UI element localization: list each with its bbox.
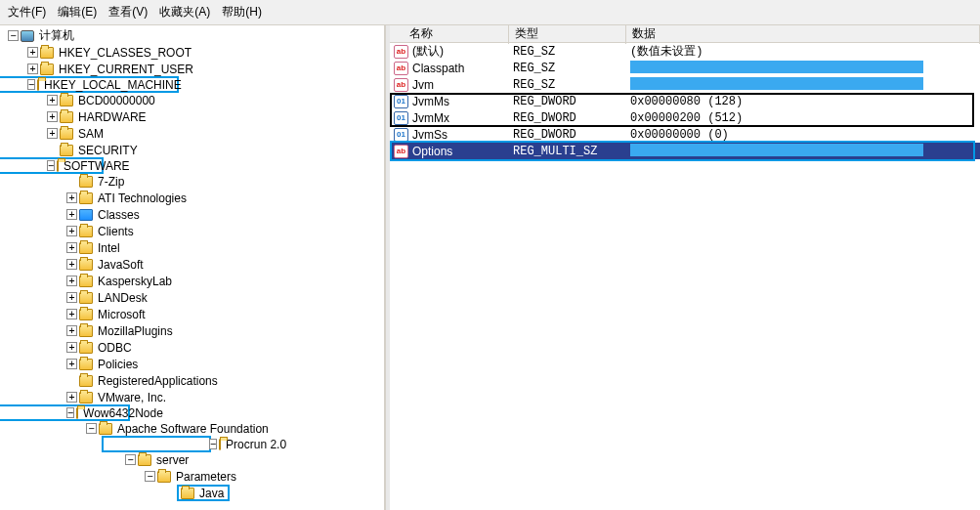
expand-icon[interactable]: + — [66, 392, 77, 403]
tree-bcd[interactable]: + BCD00000000 — [0, 92, 384, 108]
tree-label: HKEY_LOCAL_MACHINE — [42, 77, 184, 93]
collapse-icon[interactable]: − — [47, 160, 55, 171]
tree-label: HARDWARE — [76, 109, 149, 125]
menu-view[interactable]: 查看(V) — [108, 4, 148, 21]
tree-item[interactable]: +Policies — [0, 356, 384, 372]
value-row[interactable]: 01JvmSsREG_DWORD0x00000000 (0) — [390, 126, 980, 143]
tree-sam[interactable]: + SAM — [0, 125, 384, 142]
tree-server[interactable]: − server — [0, 451, 384, 468]
tree-procrun[interactable]: − Procrun 2.0 — [102, 436, 211, 452]
folder-icon — [79, 259, 93, 271]
value-row[interactable]: 01JvmMxREG_DWORD0x00000200 (512) — [390, 109, 980, 126]
tree-root[interactable]: − 计算机 — [0, 27, 384, 44]
tree-parameters[interactable]: − Parameters — [0, 468, 384, 485]
col-type[interactable]: 类型 — [509, 25, 626, 44]
menu-edit[interactable]: 编辑(E) — [58, 4, 97, 21]
tree-item[interactable]: +LANDesk — [0, 289, 384, 306]
expand-icon[interactable]: + — [66, 292, 77, 303]
tree-item[interactable]: +Clients — [0, 223, 384, 239]
expand-icon[interactable]: + — [66, 342, 77, 353]
value-row[interactable]: abOptionsREG_MULTI_SZ — [390, 143, 980, 159]
tree-hkcr[interactable]: + HKEY_CLASSES_ROOT — [0, 44, 384, 61]
menu-file[interactable]: 文件(F) — [8, 4, 46, 21]
menu-help[interactable]: 帮助(H) — [222, 4, 262, 21]
expand-icon[interactable]: + — [66, 276, 77, 286]
tree-label: VMware, Inc. — [96, 390, 168, 405]
tree-item[interactable]: 7-Zip — [0, 173, 384, 190]
value-row[interactable]: abJvmREG_SZ — [390, 76, 980, 93]
value-row[interactable]: abClasspathREG_SZ — [390, 60, 980, 76]
tree-item[interactable]: +Microsoft — [0, 306, 384, 322]
tree-hardware[interactable]: + HARDWARE — [0, 108, 384, 125]
expand-icon[interactable]: + — [66, 226, 77, 236]
tree-java[interactable]: Java — [0, 485, 384, 501]
tree-label: ATI Technologies — [96, 191, 189, 206]
tree-hkcu[interactable]: + HKEY_CURRENT_USER — [0, 61, 384, 77]
collapse-icon[interactable]: − — [8, 30, 19, 41]
folder-icon — [79, 392, 93, 404]
expand-icon[interactable]: + — [27, 64, 38, 74]
expand-icon[interactable]: + — [47, 95, 58, 106]
expand-icon[interactable]: + — [66, 359, 77, 369]
value-name: abJvm — [390, 77, 509, 93]
folder-icon — [79, 276, 93, 287]
value-type: REG_DWORD — [509, 127, 626, 143]
collapse-icon[interactable]: − — [125, 454, 136, 465]
tree-label: JavaSoft — [96, 257, 146, 273]
tree-hklm[interactable]: − HKEY_LOCAL_MACHINE — [0, 76, 179, 93]
tree-wow64[interactable]: − Wow6432Node — [0, 404, 130, 421]
menu-favorites[interactable]: 收藏夹(A) — [159, 4, 210, 21]
expand-icon[interactable]: + — [27, 47, 38, 58]
tree-item[interactable]: +ODBC — [0, 339, 384, 356]
value-type: REG_SZ — [509, 44, 626, 60]
collapse-icon[interactable]: − — [145, 471, 155, 482]
tree-security[interactable]: SECURITY — [0, 142, 384, 158]
tree-item[interactable]: +ATI Technologies — [0, 190, 384, 206]
tree-label: Procrun 2.0 — [224, 437, 288, 452]
tree-label: ODBC — [96, 340, 134, 356]
tree-item[interactable]: +Classes — [0, 206, 384, 223]
tree-software[interactable]: − SOFTWARE — [0, 157, 104, 174]
tree-apache[interactable]: − Apache Software Foundation — [0, 420, 384, 437]
folder-icon — [79, 309, 93, 320]
value-row[interactable]: 01JvmMsREG_DWORD0x00000080 (128) — [390, 93, 980, 109]
dword-icon: 01 — [394, 111, 408, 125]
collapse-icon[interactable]: − — [66, 407, 74, 418]
expand-icon[interactable]: + — [66, 325, 77, 336]
expand-icon[interactable]: + — [47, 111, 58, 122]
tree-label: KasperskyLab — [96, 274, 174, 289]
collapse-icon[interactable]: − — [209, 439, 217, 449]
folder-icon — [40, 64, 54, 75]
tree-item[interactable]: RegisteredApplications — [0, 372, 384, 389]
expand-icon[interactable]: + — [47, 128, 58, 139]
value-name: abOptions — [390, 144, 509, 159]
tree-label: RegisteredApplications — [96, 373, 220, 389]
folder-icon — [79, 292, 93, 304]
expand-icon[interactable]: + — [66, 209, 77, 220]
expand-icon[interactable]: + — [66, 242, 77, 253]
tree-item[interactable]: +MozillaPlugins — [0, 322, 384, 339]
value-name: abClasspath — [390, 61, 509, 76]
tree-item[interactable]: +VMware, Inc. — [0, 389, 384, 405]
tree-item[interactable]: +JavaSoft — [0, 256, 384, 273]
tree-item[interactable]: +Intel — [0, 239, 384, 256]
collapse-icon[interactable]: − — [86, 423, 97, 434]
tree-label: Java — [197, 486, 226, 501]
tree-label: SECURITY — [76, 143, 140, 158]
tree-label: Intel — [96, 240, 122, 256]
expand-icon[interactable]: + — [66, 192, 77, 203]
folder-icon — [79, 209, 93, 221]
registry-tree[interactable]: − 计算机 + HKEY_CLASSES_ROOT + HKEY_CURRENT… — [0, 25, 386, 510]
tree-label: Apache Software Foundation — [115, 421, 271, 437]
folder-icon — [60, 95, 73, 106]
tree-item[interactable]: +KasperskyLab — [0, 273, 384, 289]
value-row[interactable]: ab(默认)REG_SZ(数值未设置) — [390, 43, 980, 60]
tree-label: Policies — [96, 357, 140, 372]
expand-icon[interactable]: + — [66, 259, 77, 270]
registry-values[interactable]: 名称 类型 数据 ab(默认)REG_SZ(数值未设置)abClasspathR… — [390, 25, 980, 510]
collapse-icon[interactable]: − — [27, 79, 35, 90]
folder-icon — [99, 423, 112, 435]
expand-icon[interactable]: + — [66, 309, 77, 319]
value-data — [626, 143, 980, 159]
dword-icon: 01 — [394, 128, 408, 142]
